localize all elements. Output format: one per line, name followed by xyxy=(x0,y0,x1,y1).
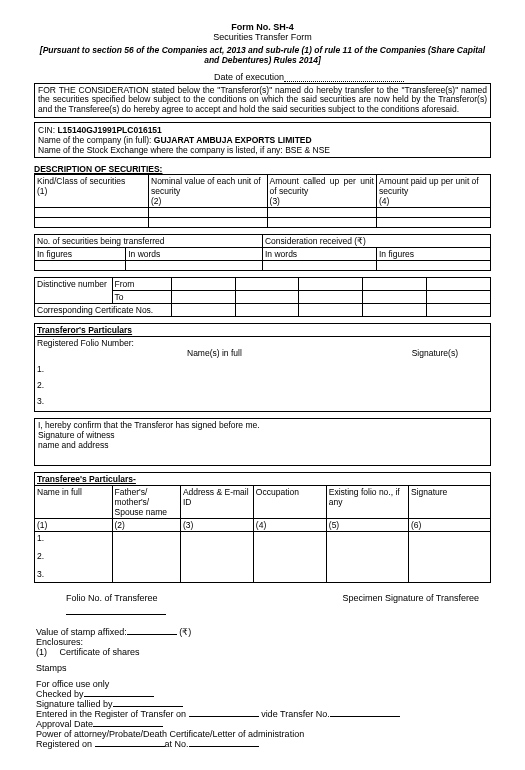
cell[interactable] xyxy=(171,278,235,291)
in-figures-label: In figures xyxy=(35,248,126,261)
consideration-box: FOR THE CONSIDERATION stated below the "… xyxy=(34,83,491,118)
at-no-field[interactable] xyxy=(189,746,259,747)
cell[interactable] xyxy=(363,304,427,317)
cell[interactable] xyxy=(235,291,299,304)
desc-cell[interactable] xyxy=(267,208,376,218)
legal-reference: [Pursuant to section 56 of the Companies… xyxy=(34,46,491,66)
c6: Signature xyxy=(408,485,490,518)
form-subtitle: Securities Transfer Form xyxy=(34,32,491,42)
cell[interactable] xyxy=(299,291,363,304)
cell[interactable] xyxy=(253,531,326,582)
col4-label: Amount paid up per unit of security xyxy=(379,176,479,196)
company-name-label: Name of the company (in full): xyxy=(38,135,151,145)
sec-transferred-header: No. of securities being transferred xyxy=(35,235,263,248)
entered-on-field[interactable] xyxy=(189,716,259,717)
execution-date-label: Date of execution xyxy=(214,72,284,82)
c6n: (6) xyxy=(408,518,490,531)
cell[interactable] xyxy=(262,261,376,271)
desc-cell[interactable] xyxy=(376,218,490,228)
cell[interactable] xyxy=(126,261,263,271)
desc-cell[interactable] xyxy=(267,218,376,228)
company-info-box: CIN: L15140GJ1991PLC016151 Name of the c… xyxy=(34,122,491,159)
in-figures-label: In figures xyxy=(376,248,490,261)
desc-cell[interactable] xyxy=(149,218,268,228)
office-use: For office use only xyxy=(36,679,489,689)
cell[interactable] xyxy=(180,531,253,582)
poa: Power of attorney/Probate/Death Certific… xyxy=(36,729,489,739)
page: Form No. SH-4 Securities Transfer Form [… xyxy=(0,0,525,769)
c5: Existing folio no., if any xyxy=(326,485,408,518)
desc-cell[interactable] xyxy=(149,208,268,218)
folio-label: Registered Folio Number: xyxy=(37,338,488,348)
checked-field[interactable] xyxy=(84,696,154,697)
rupee: (₹) xyxy=(179,627,191,637)
desc-sec-table: Kind/Class of securities(1) Nominal valu… xyxy=(34,174,491,228)
tallied-field[interactable] xyxy=(113,706,183,707)
tr-row-3[interactable]: 3. xyxy=(37,569,110,579)
desc-cell[interactable] xyxy=(376,208,490,218)
row-3[interactable]: 3. xyxy=(37,396,488,406)
cell[interactable] xyxy=(427,304,491,317)
c3: Address & E-mail ID xyxy=(180,485,253,518)
col3-num: (3) xyxy=(270,196,280,206)
tr-row-1[interactable]: 1. xyxy=(37,533,110,543)
at-no: at No. xyxy=(165,739,189,749)
cell[interactable] xyxy=(299,278,363,291)
cell[interactable] xyxy=(363,291,427,304)
distinctive-label: Distinctive number xyxy=(35,278,113,304)
cell[interactable] xyxy=(299,304,363,317)
consideration-header: Consideration received (₹) xyxy=(262,235,490,248)
col4-num: (4) xyxy=(379,196,389,206)
cell[interactable] xyxy=(427,291,491,304)
transfer-no-field[interactable] xyxy=(330,716,400,717)
cell[interactable] xyxy=(363,278,427,291)
c4n: (4) xyxy=(253,518,326,531)
cell[interactable] xyxy=(427,278,491,291)
footer-block: Folio No. of Transferee Specimen Signatu… xyxy=(34,593,491,749)
col3-label: Amount called up per unit of security xyxy=(270,176,374,196)
desc-cell[interactable] xyxy=(35,208,149,218)
witness-box: I, hereby confirm that the Transferor ha… xyxy=(34,418,491,465)
cell[interactable] xyxy=(408,531,490,582)
approval-field[interactable] xyxy=(93,726,163,727)
registered: Registered on xyxy=(36,739,92,749)
execution-date-line: Date of execution xyxy=(214,72,491,82)
cell[interactable] xyxy=(112,531,180,582)
transferor-heading: Transferor's Particulars xyxy=(35,324,491,337)
entered1: Entered in the Register of Transfer on xyxy=(36,709,186,719)
company-name-value: GUJARAT AMBUJA EXPORTS LIMITED xyxy=(154,135,312,145)
cell[interactable] xyxy=(376,261,490,271)
execution-date-field[interactable] xyxy=(284,81,404,82)
cell[interactable] xyxy=(235,278,299,291)
folio-transferee-field[interactable] xyxy=(66,614,166,615)
in-words-label: In words xyxy=(262,248,376,261)
form-no: Form No. SH-4 xyxy=(34,22,491,32)
row-1[interactable]: 1. xyxy=(37,364,488,374)
checked: Checked by xyxy=(36,689,84,699)
transferor-body: Registered Folio Number: Name(s) in full… xyxy=(35,337,491,412)
in-words-label: In words xyxy=(126,248,263,261)
enc1: (1) Certificate of shares xyxy=(36,647,489,657)
cell[interactable] xyxy=(171,304,235,317)
cert-nos-label: Corresponding Certificate Nos. xyxy=(35,304,172,317)
col1-num: (1) xyxy=(37,186,47,196)
tr-row-2[interactable]: 2. xyxy=(37,551,110,561)
col2-label: Nominal value of each unit of security xyxy=(151,176,261,196)
transferee-table: Transferee's Particulars- Name in full F… xyxy=(34,472,491,583)
transferor-table: Transferor's Particulars Registered Foli… xyxy=(34,323,491,412)
transferee-heading: Transferee's Particulars- xyxy=(35,472,491,485)
col1-label: Kind/Class of securities xyxy=(37,176,125,186)
transferor-rows: 1. 2. 3. xyxy=(37,364,488,406)
entered2: vide Transfer No. xyxy=(261,709,330,719)
exchange-label: Name of the Stock Exchange where the com… xyxy=(38,145,283,155)
stamp-field[interactable] xyxy=(127,634,177,635)
cell[interactable] xyxy=(35,261,126,271)
registered-on-field[interactable] xyxy=(95,746,165,747)
cell[interactable] xyxy=(235,304,299,317)
desc-cell[interactable] xyxy=(35,218,149,228)
c4: Occupation xyxy=(253,485,326,518)
stamp-label: Value of stamp affixed: xyxy=(36,627,127,637)
row-2[interactable]: 2. xyxy=(37,380,488,390)
cell[interactable] xyxy=(171,291,235,304)
cell[interactable] xyxy=(326,531,408,582)
